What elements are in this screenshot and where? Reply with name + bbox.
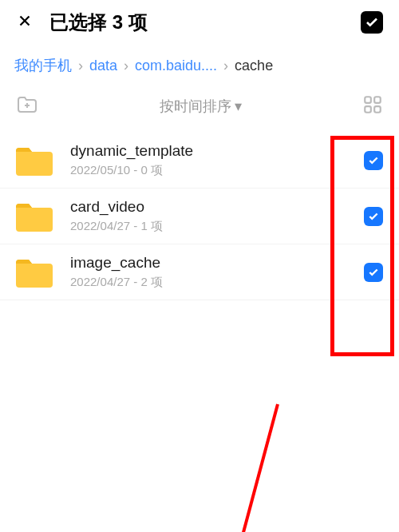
file-list: dynamic_template 2022/05/10 - 0 项 card_v… <box>0 133 399 300</box>
breadcrumb-current: cache <box>235 58 273 74</box>
list-item[interactable]: card_video 2022/04/27 - 1 项 <box>0 189 399 244</box>
checkbox[interactable] <box>364 207 383 226</box>
checkbox[interactable] <box>364 263 383 282</box>
close-icon[interactable] <box>16 10 34 35</box>
page-title: 已选择 3 项 <box>49 10 361 35</box>
folder-icon <box>14 145 53 177</box>
new-folder-icon[interactable] <box>16 95 38 117</box>
breadcrumb-item[interactable]: com.baidu.... <box>135 58 217 74</box>
list-item[interactable]: image_cache 2022/04/27 - 2 项 <box>0 244 399 300</box>
chevron-right-icon: › <box>78 58 83 74</box>
svg-rect-3 <box>374 106 381 113</box>
checkbox[interactable] <box>364 151 383 170</box>
select-all-button[interactable] <box>361 11 383 34</box>
chevron-down-icon: ▾ <box>235 97 242 115</box>
item-meta: 2022/04/27 - 2 项 <box>70 275 364 290</box>
breadcrumb-item[interactable]: data <box>89 58 117 74</box>
folder-icon <box>14 256 53 288</box>
breadcrumb-item[interactable]: 我的手机 <box>14 56 72 75</box>
annotation-line <box>235 403 279 532</box>
item-name: card_video <box>70 198 364 216</box>
breadcrumb: 我的手机 › data › com.baidu.... › cache <box>0 45 399 86</box>
svg-rect-2 <box>365 106 371 113</box>
sort-button[interactable]: 按时间排序 ▾ <box>160 97 242 116</box>
chevron-right-icon: › <box>124 58 128 74</box>
item-name: dynamic_template <box>70 142 364 160</box>
svg-rect-1 <box>374 97 381 103</box>
chevron-right-icon: › <box>223 58 228 74</box>
item-meta: 2022/04/27 - 1 项 <box>70 219 364 234</box>
list-item[interactable]: dynamic_template 2022/05/10 - 0 项 <box>0 133 399 189</box>
folder-icon <box>14 200 53 232</box>
sort-label: 按时间排序 <box>160 97 231 116</box>
item-name: image_cache <box>70 254 364 272</box>
grid-view-icon[interactable] <box>362 94 383 118</box>
item-meta: 2022/05/10 - 0 项 <box>70 163 364 178</box>
svg-rect-0 <box>365 97 371 103</box>
